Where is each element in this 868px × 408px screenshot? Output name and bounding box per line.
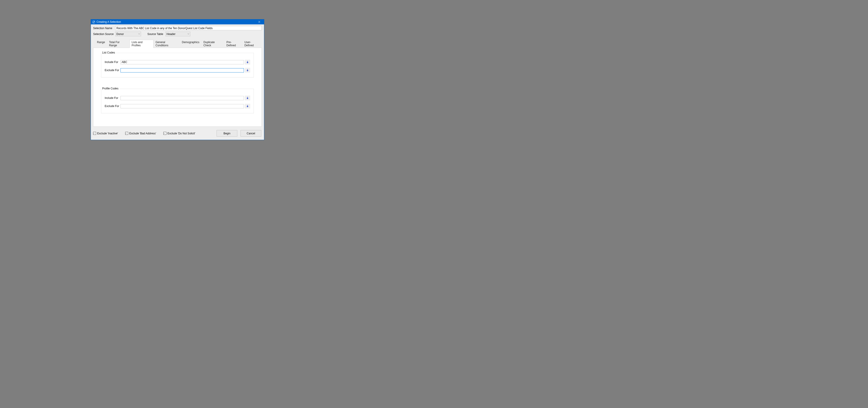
checkbox-icon bbox=[125, 132, 128, 135]
list-exclude-label: Exclude For bbox=[105, 69, 121, 72]
list-include-lookup-button[interactable] bbox=[245, 60, 250, 65]
profile-include-lookup-button[interactable] bbox=[245, 96, 250, 100]
arrow-down-icon bbox=[247, 105, 248, 107]
selection-name-label: Selection Name bbox=[93, 27, 115, 30]
exclude-inactive-checkbox[interactable]: Exclude 'Inactive' bbox=[93, 132, 118, 135]
arrow-down-icon bbox=[247, 61, 248, 63]
profile-include-input[interactable] bbox=[121, 96, 244, 100]
exclude-do-not-solicit-checkbox[interactable]: Exclude 'Do Not Solicit' bbox=[163, 132, 195, 135]
list-exclude-lookup-button[interactable] bbox=[245, 68, 250, 73]
profile-exclude-input[interactable] bbox=[121, 104, 244, 108]
list-exclude-input[interactable] bbox=[121, 68, 244, 72]
close-button[interactable] bbox=[256, 20, 263, 24]
list-include-label: Include For bbox=[105, 61, 121, 64]
checkbox-icon bbox=[163, 132, 166, 135]
selection-source-label: Selection Source bbox=[93, 33, 115, 36]
selection-dialog: Creating A Selection Selection Name Sele… bbox=[91, 19, 264, 140]
footer: Exclude 'Inactive' Exclude 'Bad Address'… bbox=[93, 127, 262, 137]
exclude-do-not-solicit-label: Exclude 'Do Not Solicit' bbox=[167, 132, 195, 135]
arrow-down-icon bbox=[247, 97, 248, 99]
tab-pre-defined[interactable]: Pre-Defined bbox=[224, 40, 242, 48]
list-include-input[interactable] bbox=[121, 60, 244, 64]
profile-include-label: Include For bbox=[105, 96, 121, 100]
tab-strip: Range Total For Range Lists and Profiles… bbox=[93, 39, 262, 48]
profile-codes-fieldset: Profile Codes Include For Exclude For bbox=[101, 89, 254, 113]
chevron-down-icon bbox=[138, 33, 140, 35]
profile-exclude-lookup-button[interactable] bbox=[245, 104, 250, 109]
tab-duplicate-check[interactable]: Duplicate Check bbox=[202, 40, 224, 48]
chevron-down-icon bbox=[188, 33, 189, 35]
exclude-bad-address-checkbox[interactable]: Exclude 'Bad Address' bbox=[125, 132, 156, 135]
profile-exclude-label: Exclude For bbox=[105, 105, 121, 108]
selection-source-dropdown[interactable]: Donor bbox=[115, 32, 141, 36]
tab-general-conditions[interactable]: General Conditions bbox=[153, 40, 180, 48]
tab-total-for-range[interactable]: Total For Range bbox=[107, 40, 129, 48]
app-icon bbox=[92, 21, 95, 24]
source-table-label: Source Table bbox=[147, 33, 163, 36]
titlebar: Creating A Selection bbox=[91, 20, 264, 24]
list-codes-fieldset: List Codes Include For Exclude For bbox=[101, 53, 254, 77]
source-table-value: Header bbox=[166, 33, 186, 36]
exclude-inactive-label: Exclude 'Inactive' bbox=[97, 132, 118, 135]
tab-demographics[interactable]: Demographics bbox=[180, 40, 202, 48]
window-title: Creating A Selection bbox=[96, 20, 256, 24]
tab-user-defined[interactable]: User-Defined bbox=[242, 40, 262, 48]
tab-lists-and-profiles[interactable]: Lists and Profiles bbox=[129, 40, 153, 48]
exclude-bad-address-label: Exclude 'Bad Address' bbox=[129, 132, 156, 135]
selection-name-input[interactable] bbox=[115, 26, 262, 30]
cancel-button[interactable]: Cancel bbox=[241, 130, 261, 137]
close-icon bbox=[258, 21, 260, 23]
arrow-down-icon bbox=[247, 69, 248, 71]
begin-button[interactable]: Begin bbox=[217, 130, 237, 137]
checkbox-icon bbox=[93, 132, 96, 135]
profile-codes-legend: Profile Codes bbox=[101, 87, 119, 90]
source-table-dropdown[interactable]: Header bbox=[165, 32, 190, 36]
selection-source-value: Donor bbox=[116, 33, 137, 36]
list-codes-legend: List Codes bbox=[101, 51, 116, 54]
tab-range[interactable]: Range bbox=[95, 40, 107, 48]
tab-panel: List Codes Include For Exclude For bbox=[93, 48, 262, 127]
